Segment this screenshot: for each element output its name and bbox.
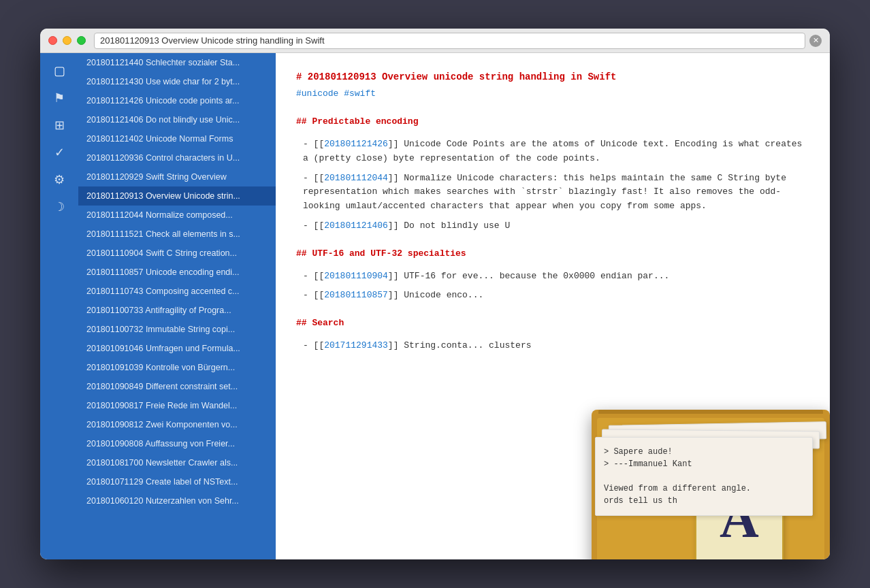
clear-title-button[interactable]: ✕ (809, 35, 822, 47)
grid-nav-button[interactable]: ⊞ (46, 113, 73, 137)
card-front: > Sapere aude! > ---Immanuel Kant Viewed… (595, 437, 813, 516)
file-item-f12[interactable]: 201801110857 Unicode encoding endi... (78, 263, 276, 282)
card-line-2: > ---Immanuel Kant (604, 458, 804, 470)
main-area: ▢ ⚑ ⊞ ✓ ⚙ ☽ 201801121440 Schlechter sozi… (40, 53, 830, 559)
flag-icon: ⚑ (54, 91, 65, 105)
maximize-button[interactable] (77, 36, 86, 45)
link-201801110904[interactable]: 201801110904 (324, 271, 388, 281)
notes-nav-button[interactable]: ▢ (46, 59, 73, 83)
file-item-f17[interactable]: 201801091039 Kontrolle von Bürgern... (78, 358, 276, 377)
bullet-3: - [[201801121406]] Do not blindly use U (296, 219, 809, 233)
link-201801121406[interactable]: 201801121406 (324, 220, 388, 231)
bullet-1: - [[201801121426]] Unicode Code Points a… (296, 137, 809, 166)
card-catalog-overlay: > Sapere aude! > ---Immanuel Kant Viewed… (585, 342, 830, 559)
moon-nav-button[interactable]: ☽ (46, 195, 73, 219)
file-item-f24[interactable]: 201801060120 Nutzerzahlen von Sehr... (78, 491, 276, 510)
file-item-f1[interactable]: 201801121440 Schlechter sozialer Sta... (78, 53, 276, 72)
wrench-nav-button[interactable]: ⚙ (46, 167, 73, 192)
file-item-f19[interactable]: 201801090817 Freie Rede im Wandel... (78, 396, 276, 415)
card-line-1: > Sapere aude! (604, 446, 804, 458)
card-line-3 (604, 470, 804, 483)
file-item-f8[interactable]: 201801120913 Overview Unicode strin... (78, 186, 276, 206)
content-area: # 201801120913 Overview unicode string h… (276, 53, 830, 559)
moon-icon: ☽ (54, 199, 65, 214)
section2-heading: ## UTF-16 and UTF-32 specialties (296, 247, 809, 261)
card-back-2 (609, 421, 826, 443)
grid-icon: ⊞ (54, 118, 65, 133)
link-201711291433[interactable]: 201711291433 (324, 340, 388, 350)
card-line-5: ords tell us th (604, 495, 804, 507)
bullet-4: - [[201801110904]] UTF-16 for eve... bec… (296, 270, 809, 284)
notes-icon: ▢ (54, 63, 65, 78)
link-201801121426[interactable]: 201801121426 (324, 139, 388, 149)
label-letter: A (720, 475, 759, 559)
content-tags: #unicode #swift (296, 87, 809, 101)
file-item-f3[interactable]: 201801121426 Unicode code points ar... (78, 91, 276, 110)
file-item-f18[interactable]: 201801090849 Different constraint set... (78, 377, 276, 396)
file-item-f15[interactable]: 201801100732 Immutable String copi... (78, 320, 276, 339)
card-back-1 (602, 429, 820, 449)
check-nav-button[interactable]: ✓ (46, 140, 73, 165)
file-item-f9[interactable]: 201801112044 Normalize composed... (78, 206, 276, 225)
file-item-f10[interactable]: 201801111521 Check all elements in s... (78, 225, 276, 244)
file-item-f5[interactable]: 201801121402 Unicode Normal Forms (78, 129, 276, 148)
label-card: A (695, 474, 784, 559)
file-item-f6[interactable]: 201801120936 Control characters in U... (78, 148, 276, 167)
link-201801110857[interactable]: 201801110857 (324, 290, 388, 300)
file-item-f4[interactable]: 201801121406 Do not blindly use Unic... (78, 110, 276, 129)
file-item-f20[interactable]: 201801090812 Zwei Komponenten vo... (78, 415, 276, 434)
bullet-6: - [[201711291433]] String.conta... clust… (296, 339, 809, 353)
file-item-f14[interactable]: 201801100733 Antifragility of Progra... (78, 301, 276, 320)
main-window: ✕ ▢ ⚑ ⊞ ✓ ⚙ ☽ 201801121440 (40, 29, 830, 559)
file-item-f7[interactable]: 201801120929 Swift String Overview (78, 167, 276, 186)
content-h1: # 201801120913 Overview unicode string h… (296, 69, 809, 84)
file-item-f23[interactable]: 201801071129 Create label of NSText... (78, 472, 276, 491)
catalog-inner (597, 418, 824, 559)
file-item-f16[interactable]: 201801091046 Umfragen und Formula... (78, 339, 276, 358)
check-icon: ✓ (54, 145, 65, 160)
file-item-f11[interactable]: 201801110904 Swift C String creation... (78, 244, 276, 263)
file-list: 201801121440 Schlechter sozialer Sta...2… (78, 53, 276, 559)
section3-heading: ## Search (296, 316, 809, 331)
sidebar-icons: ▢ ⚑ ⊞ ✓ ⚙ ☽ (40, 53, 78, 559)
traffic-lights (48, 36, 86, 45)
title-input[interactable] (94, 33, 805, 49)
card-line-4: Viewed from a different angle. (604, 483, 804, 495)
title-bar: ✕ (40, 29, 830, 53)
catalog-box: A (592, 410, 830, 559)
file-item-f2[interactable]: 201801121430 Use wide char for 2 byt... (78, 72, 276, 91)
close-button[interactable] (48, 36, 57, 45)
bullet-2: - [[201801112044]] Normalize Unicode cha… (296, 172, 809, 214)
file-item-f22[interactable]: 201801081700 Newsletter Crawler als... (78, 453, 276, 472)
bullet-5: - [[201801110857]] Unicode enco... (296, 289, 809, 303)
flag-nav-button[interactable]: ⚑ (46, 86, 73, 110)
file-item-f13[interactable]: 201801110743 Composing accented c... (78, 282, 276, 301)
link-201801112044[interactable]: 201801112044 (324, 173, 388, 183)
section1-heading: ## Predictable encoding (296, 115, 809, 129)
file-item-f21[interactable]: 201801090808 Auffassung von Freier... (78, 434, 276, 453)
wrench-icon: ⚙ (54, 172, 65, 187)
minimize-button[interactable] (63, 36, 71, 45)
